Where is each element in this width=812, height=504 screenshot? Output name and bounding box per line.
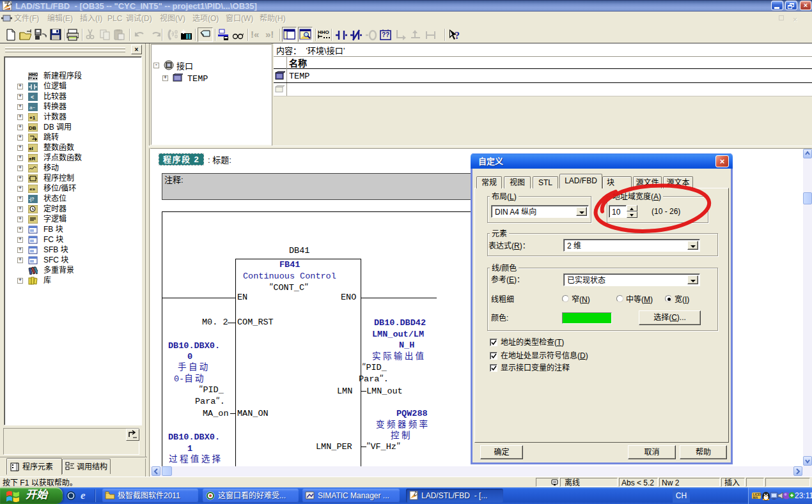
svg-text:+1: +1 xyxy=(29,115,36,121)
svg-text:MA: MA xyxy=(753,496,758,500)
svg-text:±I: ±I xyxy=(29,146,33,151)
svg-text:HHO: HHO xyxy=(318,29,329,35)
svg-text:-|?: -|? xyxy=(29,197,35,202)
svg-text:<: < xyxy=(31,94,34,100)
svg-text:??: ?? xyxy=(382,31,389,38)
svg-text:?: ? xyxy=(455,30,460,41)
svg-text:«»: «» xyxy=(29,187,35,192)
svg-text:a~: a~ xyxy=(29,105,35,111)
svg-text:±R: ±R xyxy=(29,156,35,162)
svg-text:HHO: HHO xyxy=(29,72,38,77)
svg-text:DB: DB xyxy=(29,125,36,131)
